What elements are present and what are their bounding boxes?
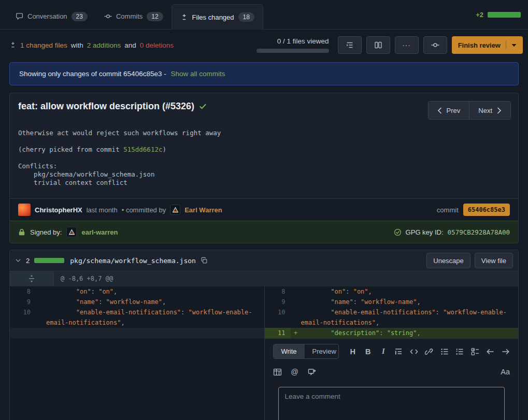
diff-line-context: 8 "on": "on", xyxy=(265,286,519,297)
signer-name[interactable]: earl-warren xyxy=(81,228,118,236)
commit-icon xyxy=(104,12,112,20)
committer-avatar[interactable] xyxy=(170,205,180,215)
undo-icon[interactable] xyxy=(486,346,495,357)
committer-name[interactable]: Earl Warren xyxy=(184,206,222,214)
split-diff: 8 "on": "on",9 "name": "workflow-name",1… xyxy=(10,286,518,420)
table-icon[interactable] xyxy=(273,367,282,377)
tab-write[interactable]: Write xyxy=(274,344,305,358)
line-number[interactable]: 11 xyxy=(265,328,291,338)
bold-icon[interactable]: B xyxy=(364,346,373,357)
gpg-key-area: GPG key ID: 0579CB2928A78A00 xyxy=(394,228,510,236)
comment-toolbar-row-2: @ Aa xyxy=(273,367,510,377)
commit-title: feat: allow workflow description (#5326) xyxy=(18,101,207,112)
show-all-commits-link[interactable]: Show all commits xyxy=(170,70,225,78)
line-number[interactable]: 10 xyxy=(265,307,291,328)
hunk-header-row: @ -8,6 +8,7 @@ xyxy=(10,271,518,286)
tab-commits[interactable]: Commits 12 xyxy=(96,4,172,29)
commit-title-text: feat: allow workflow description (#5326) xyxy=(18,101,194,112)
commit-message-line: trivial context conflict xyxy=(18,179,510,187)
chevron-right-icon xyxy=(497,107,502,114)
commit-message-line xyxy=(18,137,510,146)
diff-line-context: 10 "enable-email-notifications": "workfl… xyxy=(10,307,264,328)
line-number xyxy=(10,328,36,338)
split-diff-button[interactable] xyxy=(366,36,390,54)
task-list-icon[interactable] xyxy=(471,346,480,357)
line-sign xyxy=(36,297,46,307)
italic-icon[interactable]: I xyxy=(379,346,388,357)
comment-input[interactable] xyxy=(278,387,505,420)
tab-conversation[interactable]: Conversation 23 xyxy=(7,4,96,29)
line-number[interactable]: 10 xyxy=(10,307,36,328)
commit-hash-badge[interactable]: 65406c85e3 xyxy=(463,204,510,216)
line-code: "enable-email-notifications": "workflow-… xyxy=(46,307,264,328)
files-viewed-label: 0 / 1 files viewed xyxy=(277,37,329,45)
finish-review-button[interactable]: Finish review xyxy=(452,36,523,54)
commit-message-line: pkg/schema/workflow_schema.json xyxy=(18,170,510,179)
line-code: "description": "string", xyxy=(301,328,519,338)
next-commit-button[interactable]: Next xyxy=(469,102,510,119)
cross-reference-icon[interactable] xyxy=(307,367,317,377)
tab-files-changed[interactable]: Files changed 18 xyxy=(172,4,263,30)
committed-by-text: • committed by xyxy=(122,206,166,214)
button-divider xyxy=(506,41,506,49)
commit-message-line: (cherry picked from commit 515dd6612c) xyxy=(18,146,510,154)
summary-text: and xyxy=(124,41,136,49)
files-viewed-progress: 0 / 1 files viewed xyxy=(256,37,329,53)
line-number[interactable]: 9 xyxy=(10,297,36,307)
diff-line-context: 9 "name": "workflow-name", xyxy=(265,297,519,307)
redo-icon[interactable] xyxy=(502,346,510,357)
tab-preview[interactable]: Preview xyxy=(305,344,339,358)
expand-hunk-button[interactable] xyxy=(10,271,54,286)
prev-label: Prev xyxy=(447,107,461,114)
diff-toolbar: 0 / 1 files viewed ··· Finish review xyxy=(256,36,523,54)
file-name[interactable]: pkg/schema/workflow_schema.json xyxy=(70,257,196,265)
line-number[interactable]: 9 xyxy=(265,297,291,307)
commit-select-button[interactable] xyxy=(423,36,447,54)
inline-comment-form: Write Preview H B I xyxy=(265,338,519,420)
cherry-pick-hash-link[interactable]: 515dd6612c xyxy=(123,146,162,153)
commit-message-text: Otherwise act would reject such workflow… xyxy=(18,129,221,137)
unordered-list-icon[interactable] xyxy=(440,346,449,357)
author-name[interactable]: ChristopherHX xyxy=(35,206,82,214)
prev-commit-button[interactable]: Prev xyxy=(429,102,469,119)
quote-icon[interactable] xyxy=(394,346,403,357)
line-sign: + xyxy=(291,328,301,338)
signer-avatar[interactable] xyxy=(66,227,77,237)
author-avatar[interactable] xyxy=(18,204,31,216)
chevron-down-icon[interactable] xyxy=(15,257,21,264)
write-preview-tabs: Write Preview xyxy=(273,344,339,359)
line-number[interactable]: 8 xyxy=(10,286,36,297)
view-file-button[interactable]: View file xyxy=(475,253,513,268)
lock-icon xyxy=(18,228,25,236)
diff-pane-old: 8 "on": "on",9 "name": "workflow-name",1… xyxy=(10,286,264,420)
link-icon[interactable] xyxy=(425,346,434,357)
code-icon[interactable] xyxy=(410,346,419,357)
copy-path-icon[interactable] xyxy=(201,257,208,264)
changed-files-link[interactable]: 1 changed files xyxy=(20,41,67,49)
line-sign xyxy=(291,286,301,297)
signed-by-label: Signed by: xyxy=(30,228,62,236)
mention-icon[interactable]: @ xyxy=(290,367,299,377)
chevron-down-icon xyxy=(511,44,517,47)
chevron-left-icon xyxy=(437,107,442,114)
ordered-list-icon[interactable] xyxy=(455,346,464,357)
commit-message-text: ) xyxy=(162,146,166,153)
diff-line-context: 9 "name": "workflow-name", xyxy=(10,297,264,307)
diff-options-button[interactable]: ··· xyxy=(395,36,419,54)
diffstat-bar xyxy=(488,12,521,18)
file-diffstat-bar xyxy=(34,258,64,263)
line-code: "on": "on", xyxy=(46,286,264,297)
commit-header: feat: allow workflow description (#5326)… xyxy=(10,93,518,122)
line-code: "name": "workflow-name", xyxy=(301,297,519,307)
unescape-button[interactable]: Unescape xyxy=(426,253,470,268)
diff-pane-new-code: 8 "on": "on",9 "name": "workflow-name",1… xyxy=(265,286,519,338)
commit-message-line: Conflicts: xyxy=(18,162,510,170)
heading-icon[interactable]: H xyxy=(349,346,358,357)
line-number[interactable]: 8 xyxy=(265,286,291,297)
font-switcher[interactable]: Aa xyxy=(501,368,510,376)
unified-diff-button[interactable] xyxy=(338,36,362,54)
file-diff-box: 2 pkg/schema/workflow_schema.json Unesca… xyxy=(9,250,519,420)
line-sign xyxy=(36,307,46,328)
tab-label: Conversation xyxy=(27,12,67,20)
diff-line-context: 10 "enable-email-notifications": "workfl… xyxy=(265,307,519,328)
